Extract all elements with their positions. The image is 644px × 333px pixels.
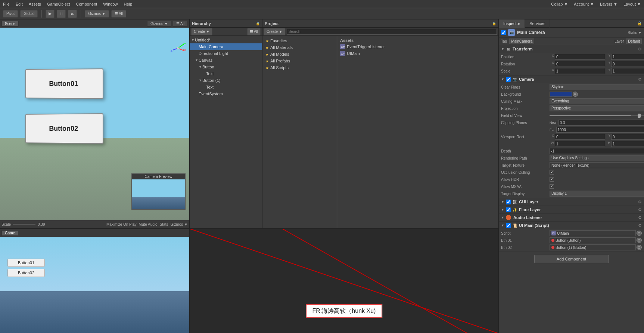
- menu-assets[interactable]: Assets: [29, 2, 41, 6]
- sc-y-input[interactable]: [611, 68, 644, 74]
- menu-help[interactable]: Help: [124, 2, 132, 6]
- gizmos-game-btn[interactable]: Gizmos ▼: [170, 222, 188, 226]
- rot-x-input[interactable]: [555, 61, 605, 67]
- scene-view[interactable]: Scene Gizmos ▼ ☰ All Y X: [0, 19, 189, 228]
- projection-dropdown[interactable]: Perspective: [550, 105, 644, 111]
- transform-settings-icon[interactable]: ⚙: [638, 47, 642, 52]
- menu-edit[interactable]: Edit: [16, 2, 23, 6]
- rendering-path-dropdown[interactable]: Use Graphics Settings: [550, 155, 644, 161]
- project-search-input[interactable]: [287, 29, 497, 35]
- fov-slider[interactable]: [550, 115, 644, 116]
- btn02-pick-btn[interactable]: ⊙: [637, 245, 642, 250]
- audio-listener-header[interactable]: ▼ Audio Listener ⚙: [499, 214, 644, 221]
- h-item-text1[interactable]: Text: [190, 70, 262, 77]
- global-button[interactable]: Global: [20, 10, 38, 18]
- scene-tab[interactable]: Scene: [1, 21, 19, 27]
- game-tab[interactable]: Game: [1, 230, 18, 236]
- insp-object-name[interactable]: Main Camera: [517, 30, 625, 35]
- vp-x-input[interactable]: [555, 134, 605, 140]
- hierarchy-create-btn[interactable]: Create ▼: [191, 28, 212, 36]
- occlusion-culling-check[interactable]: ✓: [550, 170, 554, 175]
- menu-gameobject[interactable]: GameObject: [47, 2, 70, 6]
- target-display-dropdown[interactable]: Display 1: [550, 191, 644, 197]
- insp-active-checkbox[interactable]: [501, 30, 506, 35]
- rot-y-input[interactable]: [611, 61, 644, 67]
- h-item-canvas[interactable]: ▼ Canvas: [190, 57, 262, 64]
- camera-header[interactable]: ▼ 📷 Camera ⚙: [499, 75, 644, 83]
- gizmos-button[interactable]: Gizmos ▼: [85, 10, 109, 18]
- scene-gizmos-btn[interactable]: Gizmos ▼: [147, 21, 171, 27]
- layer-dropdown[interactable]: Default: [626, 38, 642, 44]
- scene-all-btn[interactable]: ☰ All: [173, 21, 188, 27]
- maximize-play-btn[interactable]: Maximize On Play: [106, 222, 137, 226]
- pivot-button[interactable]: Pivot: [3, 10, 18, 18]
- add-component-button[interactable]: Add Component: [534, 255, 609, 263]
- inspector-tab-services[interactable]: Services: [525, 19, 550, 28]
- inspector-lock-icon[interactable]: 🔒: [635, 21, 644, 25]
- scale-slider[interactable]: [13, 224, 35, 225]
- menu-window[interactable]: Window: [103, 2, 118, 6]
- background-color-swatch[interactable]: [550, 92, 572, 97]
- stats-btn[interactable]: Stats: [160, 222, 168, 226]
- vp-y-input[interactable]: [611, 134, 644, 140]
- ui-main-settings[interactable]: ⚙: [638, 223, 642, 228]
- toolbar-collab[interactable]: Collab ▼: [551, 2, 568, 6]
- project-lock-icon[interactable]: 🔒: [492, 22, 496, 25]
- hierarchy-all-btn[interactable]: ☰ All: [247, 28, 261, 36]
- gui-layer-enabled[interactable]: [506, 200, 511, 204]
- btn01-pick-btn[interactable]: ⊙: [637, 238, 642, 243]
- vp-w-input[interactable]: [555, 141, 605, 147]
- insp-static-label[interactable]: Static ▼: [628, 31, 642, 35]
- asset-item-uimain[interactable]: C# UIMain: [339, 50, 497, 57]
- tag-dropdown[interactable]: MainCamera: [509, 38, 534, 44]
- btn02-field[interactable]: Button (1) (Button): [550, 244, 636, 250]
- h-item-dirlight[interactable]: Directional Light: [190, 50, 262, 57]
- hierarchy-lock-icon[interactable]: 🔒: [256, 22, 260, 25]
- camera-settings-icon[interactable]: ⚙: [638, 77, 642, 82]
- target-texture-field[interactable]: None (Render Texture): [550, 162, 644, 168]
- game-view[interactable]: Game Button01 Button02: [0, 228, 189, 333]
- audio-listener-settings[interactable]: ⚙: [638, 215, 642, 220]
- background-edit-btn[interactable]: ✏: [573, 92, 578, 97]
- script-field[interactable]: C# UIMain: [550, 230, 636, 236]
- pos-y-input[interactable]: [611, 54, 644, 60]
- flare-layer-header[interactable]: ▼ ✨ Flare Layer ⚙: [499, 206, 644, 213]
- clipping-far-input[interactable]: [556, 127, 644, 133]
- culling-mask-dropdown[interactable]: Everything: [550, 98, 644, 104]
- menu-component[interactable]: Component: [76, 2, 97, 6]
- fav-all-scripts[interactable]: ★ All Scripts: [264, 64, 335, 71]
- h-item-button[interactable]: ▼ Button: [190, 64, 262, 70]
- toolbar-layers[interactable]: Layers ▼: [600, 2, 617, 6]
- h-item-untitled[interactable]: ▼ Untitled*: [190, 37, 262, 43]
- script-pick-btn[interactable]: ⊙: [637, 231, 642, 236]
- asset-item-eventtrigger[interactable]: C# EventTriggerListener: [339, 43, 497, 50]
- flare-layer-settings[interactable]: ⚙: [638, 207, 642, 212]
- ui-main-enabled[interactable]: [506, 223, 511, 228]
- clear-flags-dropdown[interactable]: Skybox: [550, 84, 644, 90]
- sc-x-input[interactable]: [555, 68, 605, 74]
- project-create-btn[interactable]: Create ▼: [264, 28, 285, 36]
- clipping-near-input[interactable]: [559, 120, 644, 126]
- vp-h-input[interactable]: [611, 141, 644, 147]
- gui-layer-settings[interactable]: ⚙: [638, 200, 642, 204]
- h-item-button1[interactable]: ▼ Button (1): [190, 77, 262, 84]
- ui-main-header[interactable]: ▼ 📜 UI Main (Script) ⚙: [499, 222, 644, 229]
- toolbar-account[interactable]: Account ▼: [574, 2, 594, 6]
- fav-all-materials[interactable]: ★ All Materials: [264, 44, 335, 51]
- fav-all-models[interactable]: ★ All Models: [264, 51, 335, 58]
- inspector-tab-inspector[interactable]: Inspector: [499, 19, 525, 28]
- pause-button[interactable]: ⏸: [57, 10, 66, 18]
- all-button[interactable]: ☰ All: [111, 10, 126, 18]
- flare-layer-enabled[interactable]: [506, 207, 511, 212]
- h-item-text2[interactable]: Text: [190, 84, 262, 90]
- play-button[interactable]: ▶: [46, 10, 55, 18]
- step-button[interactable]: ⏭: [68, 10, 77, 18]
- h-item-maincamera[interactable]: Main Camera: [190, 43, 262, 50]
- gui-layer-header[interactable]: ▼ 🖼 GUI Layer ⚙: [499, 198, 644, 206]
- fav-all-prefabs[interactable]: ★ All Prefabs: [264, 58, 335, 64]
- transform-header[interactable]: ▼ ⊞ Transform ⚙: [499, 45, 644, 53]
- menu-file[interactable]: File: [3, 2, 10, 6]
- allow-msaa-check[interactable]: ✓: [550, 184, 554, 189]
- mute-audio-btn[interactable]: Mute Audio: [139, 222, 158, 226]
- btn01-field[interactable]: Button (Button): [550, 237, 636, 243]
